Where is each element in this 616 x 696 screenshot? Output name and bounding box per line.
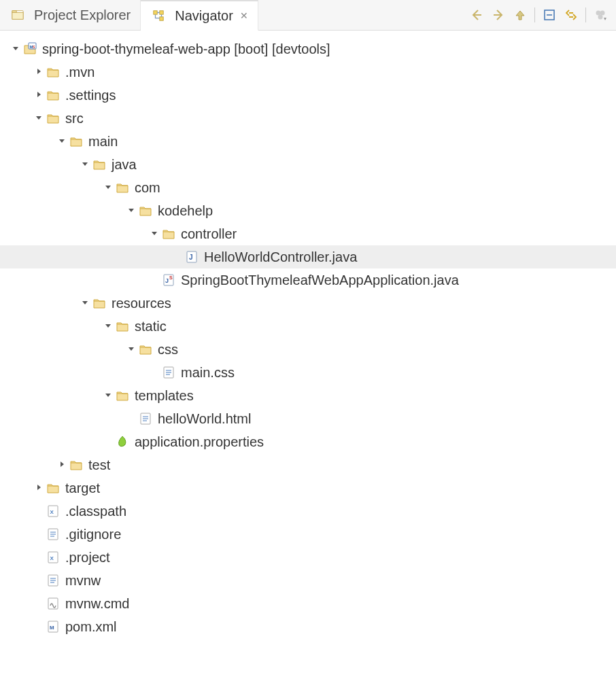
- view-menu-button[interactable]: [593, 7, 608, 22]
- expand-open-icon[interactable]: [125, 340, 137, 359]
- expand-open-icon[interactable]: [10, 39, 22, 58]
- tree-row[interactable]: .settings: [0, 84, 616, 107]
- tree-row[interactable]: templates: [0, 384, 616, 407]
- up-button[interactable]: [513, 7, 528, 22]
- project-explorer-icon: [10, 7, 26, 23]
- tree-row[interactable]: target: [0, 476, 616, 500]
- tree-row[interactable]: src: [0, 107, 616, 130]
- tree-row[interactable]: mvnw: [0, 569, 616, 592]
- folder-icon: [137, 341, 154, 358]
- svg-point-10: [598, 15, 603, 20]
- svg-point-8: [596, 11, 601, 16]
- folder-icon: [114, 318, 131, 334]
- tree-row[interactable]: X .project: [0, 546, 616, 569]
- tree-row[interactable]: .mvn: [0, 60, 616, 84]
- tree-row[interactable]: X .classpath: [0, 500, 616, 523]
- folder-icon: [45, 110, 61, 126]
- tree-row[interactable]: helloWorld.html: [0, 407, 616, 430]
- tree-item-label: pom.xml: [65, 613, 117, 640]
- tree-item-label: SpringBootThymeleafWebAppApplication.jav…: [181, 266, 459, 294]
- tree-row[interactable]: application.properties: [0, 430, 616, 453]
- svg-text:M: M: [50, 625, 54, 631]
- svg-rect-5: [160, 17, 163, 20]
- java-spring-icon: J S: [160, 272, 177, 288]
- svg-rect-2: [12, 12, 23, 19]
- expand-closed-icon[interactable]: [56, 455, 68, 474]
- maven-file-icon: M: [45, 619, 61, 635]
- tree-item-label: java: [112, 151, 137, 178]
- tree-row[interactable]: M pom.xml: [0, 615, 616, 638]
- tree-row[interactable]: static: [0, 315, 616, 338]
- folder-icon: [114, 179, 131, 196]
- folder-icon: [137, 203, 154, 219]
- folder-icon: [68, 133, 84, 150]
- folder-icon: [91, 156, 107, 173]
- collapse-all-button[interactable]: [542, 7, 557, 22]
- tree-row[interactable]: main: [0, 130, 616, 153]
- folder-icon: [68, 457, 84, 473]
- tab-label: Navigator: [175, 8, 233, 24]
- separator: [534, 7, 535, 22]
- tree-item-label: css: [158, 336, 178, 363]
- tree-row[interactable]: main.css: [0, 361, 616, 384]
- expand-closed-icon[interactable]: [33, 86, 45, 105]
- navigator-icon: [150, 7, 167, 24]
- tree-row[interactable]: kodehelp: [0, 199, 616, 222]
- tab-project-explorer[interactable]: Project Explorer: [0, 0, 141, 30]
- tree-item-label: com: [135, 174, 160, 201]
- expand-open-icon[interactable]: [56, 132, 68, 151]
- svg-rect-40: [48, 598, 58, 609]
- expand-open-icon[interactable]: [79, 294, 91, 313]
- properties-icon: [114, 434, 131, 450]
- tree-row[interactable]: resources: [0, 292, 616, 315]
- tree-row[interactable]: J S SpringBootThymeleafWebAppApplication…: [0, 268, 616, 292]
- tree-row[interactable]: test: [0, 453, 616, 476]
- tree-row[interactable]: java: [0, 153, 616, 176]
- svg-text:X: X: [50, 509, 54, 515]
- expand-closed-icon[interactable]: [33, 63, 45, 82]
- navigator-tree[interactable]: M S spring-boot-thymeleaf-web-app [boot]…: [0, 31, 616, 638]
- expand-open-icon[interactable]: [79, 155, 91, 174]
- maven-project-icon: M S: [22, 41, 38, 57]
- view-toolbar: [469, 0, 616, 30]
- expand-open-icon[interactable]: [102, 386, 114, 405]
- close-icon[interactable]: ✕: [240, 10, 248, 21]
- tree-row[interactable]: mvnw.cmd: [0, 592, 616, 615]
- tree-row[interactable]: J HelloWorldController.java: [0, 245, 616, 268]
- folder-icon: [45, 64, 61, 80]
- link-with-editor-button[interactable]: [564, 7, 579, 22]
- svg-marker-11: [604, 18, 606, 20]
- tree-row[interactable]: controller: [0, 222, 616, 245]
- back-button[interactable]: [469, 7, 484, 22]
- cmd-file-icon: [45, 595, 61, 612]
- tree-row[interactable]: M S spring-boot-thymeleaf-web-app [boot]…: [0, 37, 616, 60]
- java-file-icon: J: [184, 249, 200, 265]
- tree-row[interactable]: .gitignore: [0, 523, 616, 546]
- xml-file-icon: X: [45, 503, 61, 519]
- svg-point-9: [600, 11, 605, 16]
- tab-navigator[interactable]: Navigator ✕: [141, 0, 258, 31]
- folder-icon: [160, 226, 177, 242]
- expand-open-icon[interactable]: [33, 109, 45, 128]
- text-file-icon: [45, 526, 61, 542]
- folder-icon: [45, 480, 61, 496]
- expand-open-icon[interactable]: [102, 317, 114, 336]
- expand-closed-icon[interactable]: [33, 478, 45, 498]
- expand-open-icon[interactable]: [148, 224, 160, 243]
- svg-text:S: S: [169, 275, 173, 280]
- svg-rect-4: [160, 11, 163, 14]
- tree-row[interactable]: com: [0, 176, 616, 199]
- forward-button[interactable]: [491, 7, 506, 22]
- tree-row[interactable]: css: [0, 338, 616, 361]
- folder-icon: [114, 387, 131, 404]
- svg-text:J: J: [165, 277, 169, 284]
- tab-label: Project Explorer: [34, 7, 131, 23]
- text-file-icon: [137, 411, 154, 427]
- separator: [585, 7, 586, 22]
- xml-file-icon: X: [45, 549, 61, 566]
- tree-item-label: src: [65, 105, 84, 132]
- expand-open-icon[interactable]: [125, 201, 137, 220]
- expand-open-icon[interactable]: [102, 178, 114, 197]
- text-file-icon: [160, 364, 177, 381]
- folder-icon: [45, 87, 61, 103]
